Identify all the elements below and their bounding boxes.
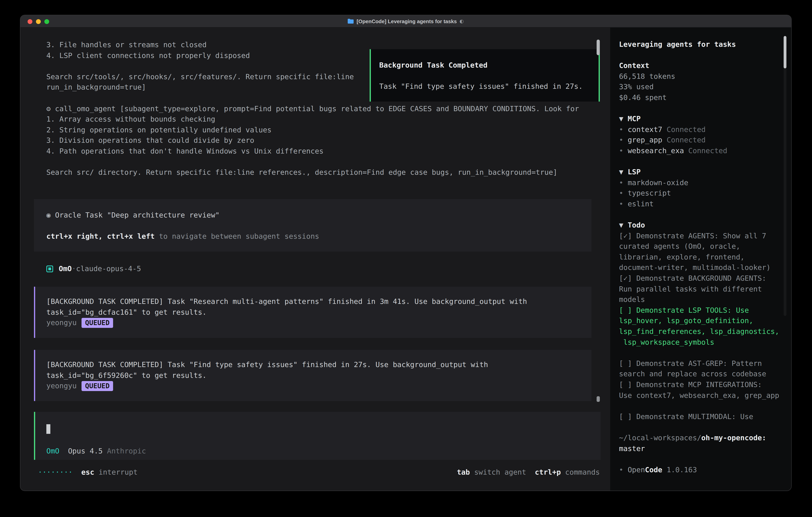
message-author: yeongyu [46,381,77,390]
agent-model: claude-opus-4-5 [76,264,141,274]
lsp-item: • eslint [619,199,791,209]
app-version: • OpenCode 1.0.163 [619,465,791,475]
todo-item: [✓] Demonstrate BACKGROUND AGENTS: Run p… [619,273,791,305]
main-scrollbar-thumb-top[interactable] [597,39,600,55]
mcp-item: • context7 Connected [619,124,791,135]
commands-key-label: commands [565,468,600,476]
hint-keys: ctrl+x right, ctrl+x left [46,232,155,240]
toast-title: Background Task Completed [379,60,592,71]
window-title: [OpenCode] Leveraging agents for tasks◐ [348,18,464,24]
mcp-section-heading[interactable]: ▼ MCP [619,113,791,124]
background-task-toast: Background Task Completed Task "Find typ… [370,49,600,102]
bullet-icon: • [619,189,624,197]
input-agent-name: OmO [46,446,59,455]
target-icon: ◉ [46,211,51,219]
input-model-provider: Anthropic [107,446,146,455]
tab-key-hint: tab [457,468,470,476]
bullet-icon: • [619,136,624,144]
todo-item: [ ] Demonstrate LSP TOOLS: Use lsp_hover… [619,305,791,348]
message-text: [BACKGROUND TASK COMPLETED] Task "Find t… [46,359,583,381]
agent-header: OmO · claude-opus-4-5 [46,264,141,274]
message-author: yeongyu [46,318,77,327]
lsp-section-heading[interactable]: ▼ LSP [619,167,791,177]
tab-key-label: switch agent [474,468,526,476]
oracle-task-panel[interactable]: ◉ Oracle Task "Deep architecture review"… [34,199,591,251]
context-spent: $0.46 spent [619,92,791,103]
collapse-triangle-icon: ▼ [619,167,624,176]
workspace-branch: master [619,443,791,454]
todo-item: [✓] Demonstrate AGENTS: Show all 7 curat… [619,230,791,273]
todo-section-heading[interactable]: ▼ Todo [619,220,791,230]
session-title: Leveraging agents for tasks [619,39,791,50]
spinner-dots-icon: ········ [38,468,72,476]
prompt-input[interactable]: OmO Opus 4.5 Anthropic [34,412,601,460]
folder-icon [348,19,354,24]
message-meta: yeongyuQUEUED [46,318,583,328]
collapse-triangle-icon: ▼ [619,114,624,123]
close-window-button[interactable] [28,19,32,24]
agent-name: OmO [59,264,72,274]
lsp-item: • markdown-oxide [619,177,791,188]
bullet-icon: • [619,125,624,134]
half-circle-icon: ◐ [460,19,464,24]
status-badge: QUEUED [82,318,113,328]
todo-item: [ ] Demonstrate MULTIMODAL: Use [619,411,791,422]
lsp-item: • typescript [619,188,791,199]
agent-checkbox-icon [46,266,53,272]
mcp-item: • grep_app Connected [619,135,791,145]
todo-item: [ ] Demonstrate MCP INTEGRATIONS: Use co… [619,379,791,401]
zoom-window-button[interactable] [45,19,49,24]
bullet-icon: • [619,465,624,474]
esc-key-label: interrupt [99,468,138,476]
message-background-task-1: [BACKGROUND TASK COMPLETED] Task "Resear… [34,287,591,338]
bullet-icon: • [619,178,624,187]
sidebar-scrollbar-thumb[interactable] [784,36,786,69]
bullet-icon: • [619,146,624,155]
esc-key-hint: esc [81,468,94,476]
traffic-lights [28,15,49,28]
main-scrollbar-thumb-bottom[interactable] [597,396,600,402]
statusbar-left: ········ esc interrupt [38,467,138,478]
chat-main: 3. File handles or streams not closed 4.… [20,28,610,491]
terminal-window: [OpenCode] Leveraging agents for tasks◐ … [20,15,792,491]
minimize-window-button[interactable] [36,19,41,24]
window-titlebar[interactable]: [OpenCode] Leveraging agents for tasks◐ [20,15,791,28]
collapse-triangle-icon: ▼ [619,221,624,229]
status-bar: ········ esc interrupttab switch agent c… [38,467,600,478]
text-cursor [46,424,50,434]
todo-item: [ ] Demonstrate AST-GREP: Pattern search… [619,358,791,379]
model-info-row: OmO Opus 4.5 Anthropic [46,446,146,456]
workspace-path: ~/local-workspaces/oh-my-opencode: [619,433,791,443]
hint-text: to navigate between subagent sessions [155,232,319,240]
commands-key-hint: ctrl+p [535,468,561,476]
oracle-task-title: Oracle Task "Deep architecture review" [55,211,220,219]
mcp-item: • websearch_exa Connected [619,145,791,156]
sidebar: Leveraging agents for tasks Context 66,5… [610,28,791,491]
context-heading: Context [619,60,791,71]
status-badge: QUEUED [82,381,113,391]
input-model-name: Opus 4.5 [68,446,103,455]
context-tokens: 66,518 tokens [619,71,791,82]
desktop: [OpenCode] Leveraging agents for tasks◐ … [0,0,812,517]
separator-dot: · [72,264,76,274]
statusbar-right: tab switch agent ctrl+p commands [457,467,600,478]
context-used: 33% used [619,82,791,92]
subagent-nav-hint: ctrl+x right, ctrl+x left to navigate be… [46,231,583,242]
message-background-task-2: [BACKGROUND TASK COMPLETED] Task "Find t… [34,350,591,401]
message-meta: yeongyuQUEUED [46,381,583,391]
message-text: [BACKGROUND TASK COMPLETED] Task "Resear… [46,296,583,318]
window-title-text: [OpenCode] Leveraging agents for tasks [357,18,457,24]
sidebar-scrollbar-track[interactable] [784,36,786,316]
bullet-icon: • [619,199,624,208]
toast-body: Task "Find type safety issues" finished … [379,81,592,92]
